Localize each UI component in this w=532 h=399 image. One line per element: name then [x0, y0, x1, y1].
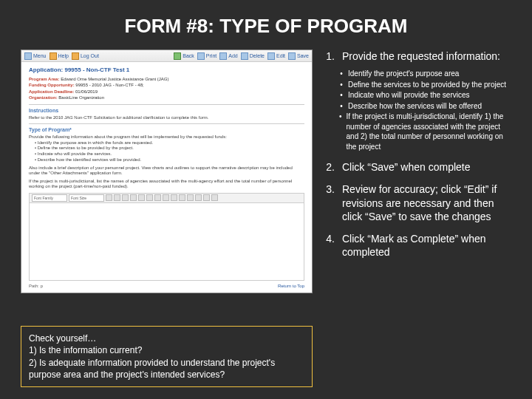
- help-label: Help: [58, 53, 69, 58]
- help-button[interactable]: Help: [50, 52, 69, 60]
- instructions-text: Refer to the 2010 JAG Non-CTF Solicitati…: [29, 115, 304, 121]
- type-bullet: Define the services to be provided by th…: [38, 146, 134, 150]
- rte-editor[interactable]: [29, 203, 304, 281]
- delete-button[interactable]: Delete: [241, 52, 265, 60]
- delete-label: Delete: [250, 53, 265, 58]
- rte-toolbar: Font Family Font Size: [29, 193, 304, 203]
- edit-label: Edit: [276, 53, 285, 58]
- sub-item: Identify the project's purpose area: [348, 69, 459, 79]
- print-label: Print: [206, 53, 216, 58]
- logout-button[interactable]: Log Out: [72, 52, 99, 60]
- bullet-icon: •: [339, 101, 344, 112]
- step-num: 2.: [323, 160, 335, 174]
- bullet-icon: •: [339, 90, 344, 100]
- instructions-header: Instructions: [29, 108, 304, 113]
- sub-item: If the project is multi-jurisdictional, …: [347, 112, 511, 151]
- bullet-icon: •: [339, 69, 344, 79]
- step-3: 3. Review for accuracy; click “Edit” if …: [323, 183, 511, 223]
- bullet-icon: •: [339, 80, 344, 90]
- path-label: Path: p: [29, 284, 43, 288]
- org-label: Organization:: [29, 95, 58, 100]
- right-column: 1. Provide the requested information: •I…: [323, 50, 511, 293]
- rte-btn[interactable]: [106, 194, 112, 201]
- rte-btn[interactable]: [154, 194, 161, 201]
- print-button[interactable]: Print: [197, 52, 216, 60]
- save-label: Save: [297, 53, 309, 58]
- back-button[interactable]: Back: [174, 52, 194, 60]
- save-button[interactable]: Save: [288, 52, 309, 60]
- program-area-label: Program Area:: [29, 77, 59, 81]
- edit-icon: [267, 52, 275, 60]
- org-value: BasicLine Organization: [58, 95, 104, 100]
- menu-label: Menu: [33, 53, 47, 58]
- check-heading: Check yourself…: [29, 332, 304, 344]
- rte-btn[interactable]: [130, 194, 137, 201]
- rte-btn[interactable]: [171, 194, 177, 201]
- check-yourself-box: Check yourself… 1) Is the information cu…: [21, 326, 313, 387]
- step-1-sublist: •Identify the project's purpose area •De…: [339, 69, 511, 151]
- rte-btn[interactable]: [138, 194, 145, 201]
- step-1: 1. Provide the requested information: •I…: [323, 50, 511, 151]
- edit-button[interactable]: Edit: [267, 52, 285, 60]
- divider: [29, 104, 304, 105]
- font-family-select[interactable]: Font Family: [32, 194, 67, 202]
- rte-btn[interactable]: [122, 194, 129, 201]
- add-label: Add: [228, 53, 237, 58]
- step-text: Review for accuracy; click “Edit” if rev…: [342, 183, 511, 223]
- app-title: Application: 99955 - Non-CTF Test 1: [29, 66, 304, 73]
- type-bullet: Describe how the identified services wil…: [38, 157, 141, 162]
- rte-btn[interactable]: [163, 194, 169, 201]
- logout-icon: [72, 52, 79, 60]
- step-text: Provide the requested information:: [342, 50, 511, 63]
- back-icon: [174, 52, 181, 60]
- slide-title: FORM #8: TYPE OF PROGRAM: [21, 15, 511, 38]
- type-header: Type of Program*: [29, 127, 304, 132]
- funding-opp-value: 99955 - 2010 JAG - Non-CTF - 48;: [75, 83, 143, 87]
- content-row: Menu Help Log Out Back Print Add Delete …: [21, 50, 511, 293]
- font-size-select[interactable]: Font Size: [69, 194, 104, 202]
- menu-button[interactable]: Menu: [24, 52, 47, 60]
- print-icon: [197, 52, 205, 60]
- rte-btn[interactable]: [211, 194, 218, 201]
- back-label: Back: [183, 53, 194, 58]
- rte-btn[interactable]: [195, 194, 202, 201]
- step-2: 2. Click “Save” when complete: [323, 160, 511, 174]
- left-column: Menu Help Log Out Back Print Add Delete …: [21, 50, 313, 293]
- app-meta: Program Area: Edward Orne Memorial Justi…: [29, 76, 304, 101]
- step-text: Click “Mark as Complete” when completed: [342, 232, 511, 259]
- bullet-icon: •: [339, 112, 342, 151]
- sub-item: Define the services to be provided by th…: [348, 80, 506, 90]
- app-screenshot: Menu Help Log Out Back Print Add Delete …: [21, 50, 313, 293]
- type-bullet: Identify the purpose area in which the f…: [38, 140, 153, 145]
- step-num: 4.: [323, 232, 335, 259]
- rte-btn[interactable]: [179, 194, 185, 201]
- step-4: 4. Click “Mark as Complete” when complet…: [323, 232, 511, 259]
- rte-btn[interactable]: [146, 194, 153, 201]
- ss-body: Application: 99955 - Non-CTF Test 1 Prog…: [21, 62, 312, 293]
- check-q2: 2) Is adequate information provided to u…: [29, 357, 304, 381]
- divider: [29, 123, 304, 124]
- ss-toolbar: Menu Help Log Out Back Print Add Delete …: [21, 50, 312, 62]
- step-text: Click “Save” when complete: [342, 160, 511, 174]
- sub-item: Describe how the services will be offere…: [348, 101, 482, 112]
- deadline-value: 01/06/2019: [75, 89, 98, 94]
- add-button[interactable]: Add: [219, 52, 237, 60]
- return-to-top-link[interactable]: Return to Top: [278, 284, 304, 288]
- save-icon: [288, 52, 296, 60]
- rte-btn[interactable]: [203, 194, 210, 201]
- logout-label: Log Out: [81, 53, 99, 58]
- rte-btn[interactable]: [114, 194, 120, 201]
- help-icon: [50, 52, 57, 60]
- step-num: 1.: [323, 50, 335, 63]
- rte-btn[interactable]: [187, 194, 194, 201]
- menu-icon: [24, 52, 32, 60]
- type-bullet: Indicate who will provide the services.: [38, 151, 112, 156]
- program-area-value: Edward Orne Memorial Justice Assistance …: [61, 77, 168, 81]
- check-q1: 1) Is the information current?: [29, 344, 304, 356]
- type-intro: Provide the following information about …: [29, 134, 304, 140]
- deadline-label: Application Deadline:: [29, 89, 74, 94]
- ss-footer: Path: p Return to Top: [29, 284, 304, 288]
- type-note1: Also include a brief description of your…: [29, 166, 304, 177]
- type-note2: If the project is multi-jurisdictional, …: [29, 179, 304, 190]
- step-num: 3.: [323, 183, 335, 223]
